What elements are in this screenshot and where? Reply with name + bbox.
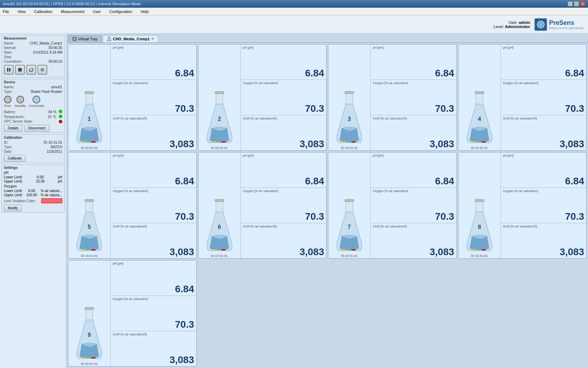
tray-icon bbox=[72, 37, 77, 41]
oxygen-label-3: Oxygen [% air saturation] bbox=[373, 81, 454, 85]
ph-upper-label: Upper Limit: bbox=[4, 179, 23, 183]
refresh-button[interactable] bbox=[26, 65, 36, 75]
svg-rect-62 bbox=[82, 357, 86, 359]
tab-cho-media[interactable]: CHO_Media_Comp1 ✕ bbox=[103, 35, 158, 42]
settings-title: Settings bbox=[4, 166, 62, 170]
svg-text:2: 2 bbox=[218, 116, 221, 122]
error-label: Error bbox=[4, 104, 11, 108]
device-type-row: Type: Shake Flask Reader bbox=[4, 90, 62, 94]
menu-help[interactable]: Help bbox=[139, 9, 150, 14]
modify-button[interactable]: Modify bbox=[4, 205, 22, 211]
svg-rect-58 bbox=[475, 199, 484, 202]
oxygen-value-2: 70.3 bbox=[243, 104, 324, 114]
device-type-value: Shake Flask Reader bbox=[30, 90, 62, 94]
svg-rect-22 bbox=[215, 91, 224, 94]
cal-type-row: Type: BATCH bbox=[4, 145, 62, 149]
svg-point-5 bbox=[42, 69, 43, 70]
user-info: User: admin Level: Administrator bbox=[493, 20, 530, 29]
flask-our-row-6: OUR [% air saturation/h] 3,083 bbox=[241, 223, 327, 258]
temperature-value: 15 °C bbox=[48, 115, 62, 119]
start-label: Start: bbox=[4, 50, 12, 54]
menu-measurement[interactable]: Measurement bbox=[59, 9, 86, 14]
device-title: Device bbox=[4, 80, 62, 84]
ph-label-4: pH [pH] bbox=[503, 45, 584, 49]
svg-rect-33 bbox=[482, 141, 486, 143]
oxygen-label-1: Oxygen [% air saturation] bbox=[113, 81, 194, 85]
flask-grid: 1 ID-10-31-01 pH [pH] 6.84 Oxygen [% bbox=[66, 43, 588, 368]
svg-rect-7 bbox=[74, 38, 74, 39]
flask-cell-9: 9 ID-10-31-01 pH [pH] 6.84 Oxygen [% bbox=[68, 260, 197, 367]
flask-svg-8: 8 bbox=[462, 197, 497, 253]
oxygen-label-9: Oxygen [% air saturation] bbox=[113, 297, 194, 301]
standby-indicator: Standby bbox=[14, 96, 26, 108]
flask-id-9: ID-10-31-01 bbox=[81, 362, 98, 366]
svg-rect-45 bbox=[222, 249, 226, 251]
presens-logo-icon bbox=[534, 18, 547, 31]
flask-id-5: ID-10-31-01 bbox=[81, 254, 98, 258]
menu-calibration[interactable]: Calibration bbox=[33, 9, 54, 14]
tab-cho-media-label: CHO_Media_Comp1 bbox=[113, 37, 149, 41]
close-button[interactable]: ✕ bbox=[580, 1, 585, 6]
menu-bar: File View Calibration Measurement User C… bbox=[0, 8, 588, 15]
flask-svg-2: 2 bbox=[202, 89, 237, 145]
svg-text:9: 9 bbox=[88, 332, 91, 338]
flask-svg-5: 5 bbox=[72, 197, 107, 253]
flask-visual-1: 1 ID-10-31-01 bbox=[68, 45, 110, 150]
flask-cell-7: 7 ID-10-31-01 pH [pH] 6.84 Oxygen [% bbox=[328, 152, 457, 259]
ph-label-9: pH [pH] bbox=[113, 261, 194, 265]
flask-our-row-1: OUR [% air saturation/h] 3,083 bbox=[111, 115, 196, 150]
minimize-button[interactable]: – bbox=[568, 1, 573, 6]
svg-rect-1 bbox=[7, 68, 8, 71]
oxygen-label-8: Oxygen [% air saturation] bbox=[503, 189, 584, 193]
tab-close-button[interactable]: ✕ bbox=[151, 37, 154, 41]
calibration-section: Calibration ID: ID-10-31-01 Type: BATCH … bbox=[1, 134, 65, 163]
oxy-lower-unit: % air satura... bbox=[41, 189, 62, 193]
flask-oxygen-row-4: Oxygen [% air saturation] 70.3 bbox=[501, 80, 587, 115]
opc-label: OPC Server State: bbox=[4, 120, 33, 123]
flask-visual-4: 4 ID-10-31-01 bbox=[458, 45, 500, 150]
standby-circle bbox=[16, 96, 24, 103]
title-bar: simu01 (01:02:03:04:05:01) | SFRS | V2.0… bbox=[0, 0, 588, 8]
temp-indicator bbox=[59, 115, 62, 118]
svg-rect-3 bbox=[18, 68, 22, 71]
our-value-1: 3,083 bbox=[113, 139, 194, 150]
pause-button[interactable] bbox=[4, 65, 14, 75]
tab-virtual-tray[interactable]: Virtual Tray bbox=[68, 35, 102, 42]
oxy-lower-value: 0.00 bbox=[28, 189, 35, 193]
level-label: Level: bbox=[493, 25, 504, 29]
svg-rect-39 bbox=[91, 249, 96, 251]
flask-metrics-5: pH [pH] 6.84 Oxygen [% air saturation] 7… bbox=[110, 152, 196, 258]
calibrate-button[interactable]: Calibrate bbox=[4, 155, 26, 162]
device-name-label: Name: bbox=[4, 85, 14, 89]
flask-oxygen-row-2: Oxygen [% air saturation] 70.3 bbox=[241, 80, 327, 115]
flask-ph-row-1: pH [pH] 6.84 bbox=[111, 45, 196, 80]
flask-svg-6: 6 bbox=[202, 197, 237, 253]
flask-cell-3: 3 ID-10-31-01 pH [pH] 6.84 Oxygen [% bbox=[328, 44, 457, 151]
menu-view[interactable]: View bbox=[16, 9, 27, 14]
menu-file[interactable]: File bbox=[1, 9, 10, 14]
menu-configuration[interactable]: Configuration bbox=[108, 9, 133, 14]
cal-id-value: ID-10-31-01 bbox=[44, 141, 62, 144]
measurement-name-row: Name: CHO_Media_Comp1 bbox=[4, 41, 62, 45]
settings-button[interactable] bbox=[37, 65, 47, 75]
flask-metrics-4: pH [pH] 6.84 Oxygen [% air saturation] 7… bbox=[500, 45, 587, 150]
start-value: 2/14/2011 9:18 AM bbox=[33, 50, 62, 54]
details-button[interactable]: Details bbox=[4, 125, 22, 131]
flask-cell-5: 5 ID-10-31-01 pH [pH] 6.84 Oxygen [% bbox=[68, 152, 197, 259]
stop-button[interactable] bbox=[15, 65, 25, 75]
interval-row: Interval: 00:00:30 bbox=[4, 46, 62, 50]
window-title: simu01 (01:02:03:04:05:01) | SFRS | V2.0… bbox=[3, 2, 141, 6]
opc-row: OPC Server State: bbox=[4, 120, 62, 123]
svg-rect-14 bbox=[82, 141, 86, 143]
disconnect-button[interactable]: Disconnect bbox=[24, 125, 49, 131]
our-value-4: 3,083 bbox=[503, 139, 584, 150]
menu-user[interactable]: User bbox=[91, 9, 102, 14]
maximize-button[interactable]: □ bbox=[574, 1, 579, 6]
our-value-7: 3,083 bbox=[373, 247, 454, 258]
limit-color-swatch[interactable] bbox=[41, 198, 62, 203]
countdown-value: 00:00:15 bbox=[49, 60, 62, 63]
flask-metrics-7: pH [pH] 6.84 Oxygen [% air saturation] 7… bbox=[370, 152, 456, 258]
name-value: CHO_Media_Comp1 bbox=[30, 41, 62, 45]
user-name-value: admin bbox=[519, 20, 530, 25]
svg-rect-57 bbox=[482, 249, 486, 251]
